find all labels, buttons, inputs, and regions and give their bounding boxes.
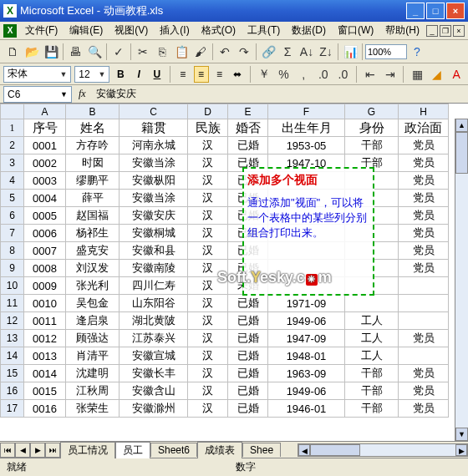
row-header[interactable]: 10 [1, 277, 24, 295]
cell[interactable]: 0014 [24, 365, 66, 382]
cell[interactable]: 时囡 [66, 154, 120, 172]
cell[interactable]: 安徽安庆 [120, 207, 188, 225]
cell[interactable]: 安徽枞阳 [120, 172, 188, 190]
row-header[interactable]: 6 [1, 207, 24, 225]
comma-icon[interactable]: , [295, 65, 312, 84]
italic-icon[interactable]: I [131, 66, 146, 83]
cell[interactable]: 工人 [345, 312, 399, 330]
help-icon[interactable]: ? [408, 43, 426, 61]
cell[interactable]: 汉 [188, 190, 228, 207]
format-painter-icon[interactable]: 🖌 [191, 43, 210, 61]
cell[interactable]: 干部 [345, 400, 399, 418]
cell[interactable]: 张光利 [66, 277, 120, 295]
cell[interactable]: 汉 [188, 242, 228, 260]
menu-file[interactable]: 文件(F) [20, 22, 63, 39]
cell[interactable]: 汉 [188, 365, 228, 382]
cell[interactable]: 1947-09 [268, 330, 345, 347]
cell[interactable]: 安徽长丰 [120, 365, 188, 382]
cell[interactable] [399, 295, 449, 312]
cell[interactable]: 汉 [188, 207, 228, 225]
sum-icon[interactable]: Σ [278, 43, 297, 61]
cell[interactable]: 1953-05 [268, 137, 345, 154]
cell[interactable] [345, 295, 399, 312]
col-header[interactable]: G [345, 104, 399, 119]
col-header[interactable]: D [188, 104, 228, 119]
sheet-tab[interactable]: Shee [242, 443, 281, 457]
col-header[interactable]: A [24, 104, 66, 119]
cell[interactable]: 山东阳谷 [120, 295, 188, 312]
cell[interactable]: 方存吟 [66, 137, 120, 154]
cell[interactable]: 吴包金 [66, 295, 120, 312]
cell[interactable]: 安徽含山 [120, 382, 188, 400]
row-header[interactable]: 3 [1, 154, 24, 172]
sheet-tab[interactable]: 成绩表 [197, 442, 242, 458]
cell[interactable]: 安徽宣城 [120, 347, 188, 365]
font-select[interactable]: 宋体▼ [3, 66, 71, 83]
cell[interactable]: 江苏泰兴 [120, 330, 188, 347]
vertical-scrollbar[interactable]: ▲ ▼ [455, 119, 468, 441]
cell[interactable]: 0010 [24, 295, 66, 312]
menu-format[interactable]: 格式(O) [196, 22, 241, 39]
cell[interactable]: 安徽南陵 [120, 260, 188, 277]
cell[interactable]: 干部 [345, 382, 399, 400]
cell[interactable]: 1948-01 [268, 347, 345, 365]
cell[interactable]: 0009 [24, 277, 66, 295]
sort-asc-icon[interactable]: A↓ [298, 43, 316, 61]
cell[interactable]: 杨祁生 [66, 225, 120, 242]
name-box[interactable]: C6▼ [3, 86, 72, 103]
cell[interactable]: 张荣生 [66, 400, 120, 418]
cell[interactable]: 干部 [345, 365, 399, 382]
select-all-corner[interactable] [1, 104, 24, 119]
menu-help[interactable]: 帮助(H) [380, 22, 425, 39]
col-header[interactable]: H [399, 104, 449, 119]
row-header[interactable]: 15 [1, 365, 24, 382]
cell[interactable]: 身份 [345, 119, 399, 137]
cell[interactable]: 政治面 [399, 119, 449, 137]
fill-color-icon[interactable]: ◢ [429, 65, 445, 84]
cell[interactable]: 湖北黄陂 [120, 312, 188, 330]
scroll-down-icon[interactable]: ▼ [455, 428, 468, 441]
cell[interactable]: 安徽当涂 [120, 154, 188, 172]
cell[interactable]: 已婚 [228, 365, 268, 382]
cell[interactable]: 汉 [188, 154, 228, 172]
formula-input[interactable]: 安徽安庆 [93, 87, 468, 101]
row-header[interactable]: 16 [1, 382, 24, 400]
tab-nav-next-icon[interactable]: ▶ [30, 443, 45, 458]
align-right-icon[interactable]: ≡ [212, 66, 227, 83]
cell[interactable]: 出生年月 [268, 119, 345, 137]
cell[interactable]: 党员 [399, 365, 449, 382]
cell[interactable]: 党员 [399, 330, 449, 347]
cell[interactable]: 安徽桐城 [120, 225, 188, 242]
scroll-up-icon[interactable]: ▲ [455, 119, 468, 132]
tab-nav-first-icon[interactable]: ⏮ [0, 443, 15, 458]
cell[interactable]: 姓名 [66, 119, 120, 137]
cell[interactable]: 薛平 [66, 190, 120, 207]
cell[interactable]: 工人 [345, 330, 399, 347]
inc-decimal-icon[interactable]: .0 [315, 65, 332, 84]
font-size-select[interactable]: 12▼ [74, 66, 109, 83]
align-center-icon[interactable]: ≡ [194, 66, 209, 83]
cell[interactable] [399, 347, 449, 365]
cell[interactable]: 已婚 [228, 330, 268, 347]
cell[interactable]: 序号 [24, 119, 66, 137]
cell[interactable]: 党员 [399, 172, 449, 190]
cell[interactable]: 党员 [399, 137, 449, 154]
scroll-thumb-h[interactable] [310, 444, 360, 456]
col-header[interactable]: E [228, 104, 268, 119]
cell[interactable]: 刘汉发 [66, 260, 120, 277]
col-header[interactable]: C [120, 104, 188, 119]
row-header[interactable]: 7 [1, 225, 24, 242]
cell[interactable]: 0004 [24, 190, 66, 207]
cell[interactable]: 0013 [24, 347, 66, 365]
spell-icon[interactable]: ✓ [109, 43, 128, 61]
sheet-tab[interactable]: 员工情况 [60, 442, 115, 458]
scroll-left-icon[interactable]: ◀ [298, 444, 310, 456]
cell[interactable]: 已婚 [228, 137, 268, 154]
cell[interactable]: 已婚 [228, 312, 268, 330]
inc-indent-icon[interactable]: ⇥ [382, 65, 399, 84]
print-icon[interactable]: 🖶 [66, 43, 84, 61]
cell[interactable]: 0011 [24, 312, 66, 330]
spreadsheet-grid[interactable]: ABCDEFGH 1序号姓名籍贯民族婚否出生年月身份政治面20001方存吟河南永… [0, 104, 449, 418]
menu-edit[interactable]: 编辑(E) [64, 22, 108, 39]
doc-minimize-button[interactable]: _ [426, 25, 438, 37]
